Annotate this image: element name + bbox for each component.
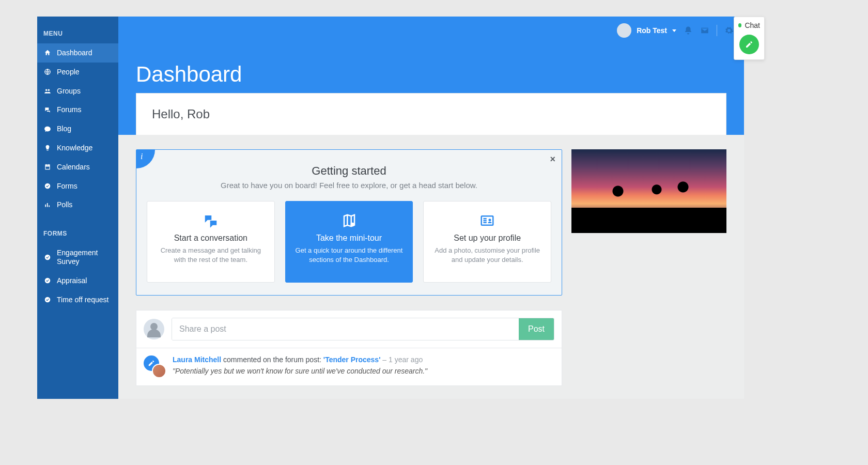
feed-quote: "Potentially yes but we won't know for s… [173, 367, 554, 375]
svg-point-2 [48, 89, 50, 91]
sidebar-item-label: Blog [57, 125, 71, 133]
sidebar-item-forms[interactable]: Forms [37, 177, 118, 196]
sidebar-item-knowledge[interactable]: Knowledge [37, 138, 118, 158]
card-desc: Create a message and get talking with th… [157, 246, 265, 265]
home-icon [43, 49, 52, 57]
sidebar-item-dashboard[interactable]: Dashboard [37, 43, 118, 63]
sidebar-item-calendars[interactable]: Calendars [37, 158, 118, 177]
sidebar-item-label: Calendars [57, 163, 90, 172]
card-mini-tour[interactable]: Take the mini-tour Get a quick tour arou… [285, 201, 413, 283]
sidebar-item-polls[interactable]: Polls [37, 195, 118, 214]
sidebar-item-label: Dashboard [57, 49, 92, 57]
sidebar-item-label: Forms [57, 182, 78, 191]
sidebar-item-groups[interactable]: Groups [37, 82, 118, 101]
content: i × Getting started Great to have you on… [118, 135, 744, 386]
avatar-icon [144, 319, 164, 339]
card-desc: Add a photo, customise your profile and … [433, 246, 541, 265]
chevron-down-icon [672, 29, 676, 32]
sidebar-item-forums[interactable]: Forums [37, 100, 118, 119]
globe-icon [43, 68, 52, 76]
user-menu[interactable]: Rob Test [617, 23, 676, 38]
feed-item: Laura Mitchell commented on the forum po… [136, 348, 562, 386]
chat-header[interactable]: Chat [738, 21, 760, 29]
svg-point-5 [45, 278, 51, 284]
forum-icon [43, 106, 52, 114]
sidebar-item-label: Groups [57, 87, 81, 96]
sidebar-item-label: People [57, 68, 80, 76]
svg-point-9 [489, 219, 491, 221]
share-input-group: Post [172, 318, 554, 340]
app-window: MENU Dashboard People Groups Forums Blog… [37, 17, 744, 399]
greeting-card: Hello, Rob [136, 93, 726, 135]
status-dot-icon [738, 23, 741, 27]
sidebar-form-appraisal[interactable]: Appraisal [37, 271, 118, 290]
getting-started-panel: i × Getting started Great to have you on… [136, 149, 562, 296]
avatar-icon [617, 23, 631, 38]
svg-point-3 [45, 183, 51, 189]
feed-action-text: commented on the forum post: [221, 355, 323, 364]
pencil-icon [745, 40, 753, 49]
sidebar-item-label: Engagement Survey [57, 249, 112, 266]
feature-image [571, 149, 726, 233]
getting-started-subtitle: Great to have you on board! Feel free to… [147, 181, 551, 190]
svg-point-7 [350, 223, 354, 227]
card-start-conversation[interactable]: Start a conversation Create a message an… [147, 201, 275, 283]
divider [717, 25, 717, 36]
chat-label: Chat [745, 21, 760, 29]
sidebar-form-time-off[interactable]: Time off request [37, 290, 118, 309]
sidebar-menu-heading: MENU [37, 26, 118, 43]
left-column: i × Getting started Great to have you on… [136, 135, 562, 386]
users-icon [43, 87, 52, 95]
hero: Dashboard Hello, Rob [118, 44, 744, 135]
sidebar-item-blog[interactable]: Blog [37, 119, 118, 138]
card-title: Take the mini-tour [295, 234, 404, 243]
feed-author-link[interactable]: Laura Mitchell [173, 355, 221, 364]
calendar-icon [43, 163, 52, 171]
author-avatar [152, 364, 166, 378]
chat-bubbles-icon [157, 213, 265, 228]
check-circle-icon [43, 182, 52, 190]
getting-started-title: Getting started [147, 164, 551, 178]
chat-widget: Chat [734, 17, 765, 60]
sidebar-item-label: Time off request [57, 296, 109, 304]
post-button[interactable]: Post [519, 318, 554, 340]
card-title: Set up your profile [433, 234, 541, 243]
svg-rect-8 [482, 216, 493, 225]
sidebar-item-label: Appraisal [57, 276, 87, 285]
gear-icon[interactable] [724, 26, 734, 35]
check-circle-icon [43, 253, 52, 261]
sidebar-item-people[interactable]: People [37, 63, 118, 82]
card-setup-profile[interactable]: Set up your profile Add a photo, customi… [423, 201, 551, 283]
chat-icon [43, 125, 52, 133]
user-name: Rob Test [637, 26, 667, 35]
map-icon [295, 213, 404, 228]
feed-body: Laura Mitchell commented on the forum po… [173, 355, 554, 378]
svg-point-1 [45, 89, 48, 91]
profile-card-icon [433, 213, 541, 228]
sidebar-item-label: Knowledge [57, 144, 92, 152]
share-post-panel: Post [136, 310, 562, 348]
feed-badge [144, 355, 166, 378]
topbar: Rob Test [118, 17, 744, 44]
feed-post-link[interactable]: 'Tender Process' [323, 355, 381, 364]
close-icon[interactable]: × [550, 154, 555, 165]
notifications-icon[interactable] [684, 26, 693, 35]
mail-icon[interactable] [700, 26, 709, 35]
chat-compose-button[interactable] [739, 35, 759, 54]
sidebar-form-engagement-survey[interactable]: Engagement Survey [37, 243, 118, 271]
share-post-input[interactable] [172, 318, 519, 340]
svg-point-4 [45, 255, 51, 260]
svg-point-6 [45, 297, 51, 303]
feed-timestamp: 1 year ago [389, 355, 423, 364]
feed-meta: Laura Mitchell commented on the forum po… [173, 355, 554, 364]
bulb-icon [43, 144, 52, 152]
sidebar-forms-heading: FORMS [37, 226, 118, 243]
card-desc: Get a quick tour around the different se… [295, 246, 404, 265]
feed-separator: – [380, 355, 389, 364]
check-circle-icon [43, 296, 52, 304]
sidebar-item-label: Forums [57, 105, 81, 114]
card-title: Start a conversation [157, 234, 265, 243]
page-title: Dashboard [136, 62, 726, 87]
bars-icon [43, 201, 52, 209]
sidebar-item-label: Polls [57, 200, 72, 209]
